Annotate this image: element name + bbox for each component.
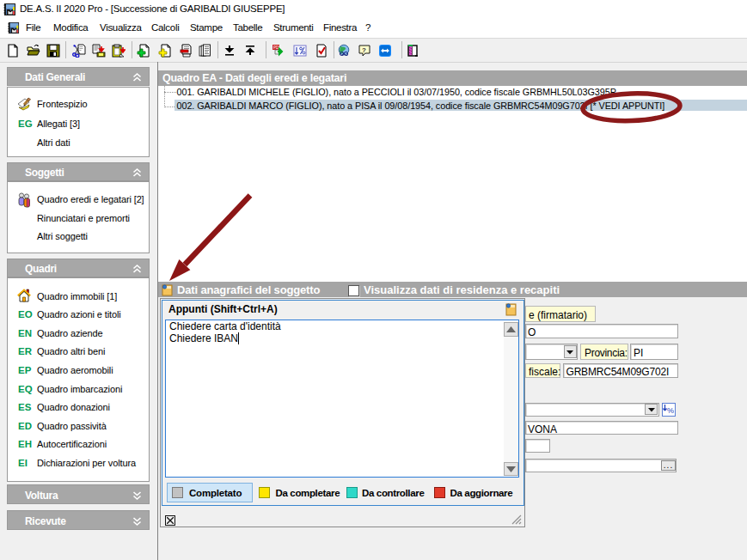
svg-text:?: ? bbox=[362, 46, 366, 54]
svg-text:%: % bbox=[667, 406, 674, 415]
